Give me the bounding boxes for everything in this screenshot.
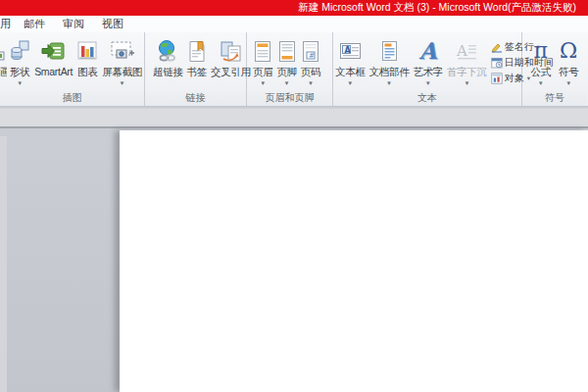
chevron-down-icon: ▾ [426,78,430,87]
date-time-icon [491,57,503,69]
chevron-down-icon: ▾ [539,78,543,87]
chevron-down-icon: ▾ [349,78,353,87]
hyperlink-button[interactable]: 超链接 [151,35,185,79]
cross-reference-icon [220,36,242,66]
title-bar: 新建 Microsoft Word 文档 (3) - Microsoft Wor… [0,0,588,16]
ribbon-insert: 剪贴画 形状 ▾ [0,32,588,107]
header-icon [254,36,271,66]
ribbon-tab-row: 引用 邮件 审阅 视图 [0,16,588,32]
chart-button[interactable]: 图表 [74,35,100,79]
text-box-icon: A [339,36,362,66]
screenshot-button[interactable]: 屏幕截图 ▾ [100,35,144,88]
svg-text:#: # [309,52,315,60]
chevron-down-icon: ▾ [466,78,469,87]
clip-art-icon [0,36,5,66]
page-number-button[interactable]: # 页码 ▾ [299,35,322,88]
group-label-text: 文本 [333,91,521,106]
svg-text:A: A [456,42,467,60]
chart-icon [76,36,98,66]
quick-parts-icon [381,36,398,66]
chevron-down-icon: ▾ [18,78,22,87]
group-text: A 文本框 ▾ [333,32,522,106]
footer-icon [278,36,296,66]
group-label-header-footer: 页眉和页脚 [247,91,332,106]
group-header-footer: 页眉 ▾ 页脚 ▾ [247,32,333,106]
screenshot-icon [110,36,134,66]
shapes-button[interactable]: 形状 ▾ [7,35,32,88]
tab-review[interactable]: 审阅 [54,16,93,32]
smartart-button[interactable]: SmartArt [32,35,74,79]
footer-button[interactable]: 页脚 ▾ [274,35,298,88]
text-box-button[interactable]: A 文本框 ▾ [333,35,368,88]
left-margin-strip [0,136,7,392]
chevron-down-icon: ▾ [121,78,124,87]
signature-line-icon [491,41,503,53]
chevron-down-icon: ▾ [566,78,570,87]
group-symbols: π 公式 ▾ Ω 符号 ▾ 符号 [522,32,587,106]
wordart-icon: A [419,36,437,66]
chevron-down-icon: ▾ [261,78,265,87]
group-label-symbols: 符号 [522,91,587,106]
group-links: 超链接 书签 [145,32,247,106]
ruler-band [0,108,588,128]
group-label-illustrations: 插图 [0,91,144,106]
clip-art-button[interactable]: 剪贴画 [0,35,7,79]
object-icon [491,73,503,84]
svg-text:A: A [344,46,351,55]
drop-cap-button[interactable]: A 首字下沉 ▾ [445,35,489,88]
word-window: 新建 Microsoft Word 文档 (3) - Microsoft Wor… [0,0,588,392]
equation-icon: π [534,36,548,66]
bookmark-icon [187,36,207,66]
chevron-down-icon: ▾ [387,78,391,87]
chevron-down-icon: ▾ [309,78,313,87]
bookmark-button[interactable]: 书签 [185,35,209,79]
page-number-icon: # [302,36,319,66]
window-title: 新建 Microsoft Word 文档 (3) - Microsoft Wor… [298,1,576,15]
wordart-button[interactable]: A 艺术字 ▾ [411,35,445,88]
document-page[interactable] [120,130,588,392]
hyperlink-icon [156,36,179,66]
document-workspace [0,130,588,392]
equation-button[interactable]: π 公式 ▾ [529,35,553,88]
group-label-links: 链接 [145,91,246,106]
shapes-icon [9,36,30,66]
chevron-down-icon: ▾ [285,78,289,87]
drop-cap-icon: A [456,36,478,66]
tab-references[interactable]: 引用 [0,16,15,32]
quick-parts-button[interactable]: 文档部件 ▾ [368,35,412,88]
header-button[interactable]: 页眉 ▾ [251,35,274,88]
group-illustrations: 剪贴画 形状 ▾ [0,32,145,106]
tab-mailings[interactable]: 邮件 [15,16,54,32]
symbol-icon: Ω [560,36,577,66]
symbol-button[interactable]: Ω 符号 ▾ [557,35,580,88]
tab-view[interactable]: 视图 [93,16,132,32]
smartart-icon [41,36,66,66]
